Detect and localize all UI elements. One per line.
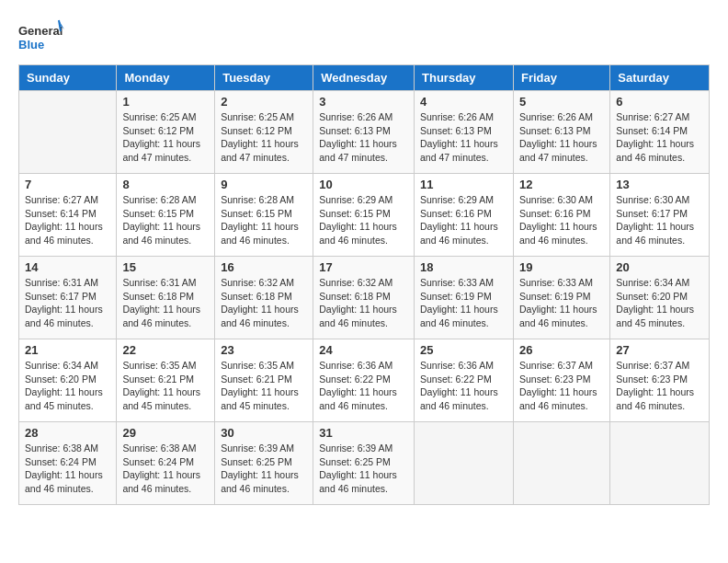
day-number: 24 <box>319 343 408 357</box>
svg-text:General: General <box>18 24 63 38</box>
day-info: Sunrise: 6:30 AM Sunset: 6:16 PM Dayligh… <box>519 193 604 247</box>
svg-text:Blue: Blue <box>18 38 44 52</box>
calendar-cell: 3Sunrise: 6:26 AM Sunset: 6:13 PM Daylig… <box>313 91 415 174</box>
calendar-cell: 14Sunrise: 6:31 AM Sunset: 6:17 PM Dayli… <box>19 257 117 339</box>
logo: General Blue <box>18 18 64 55</box>
calendar-cell: 29Sunrise: 6:38 AM Sunset: 6:24 PM Dayli… <box>117 422 215 505</box>
day-number: 29 <box>122 426 209 440</box>
day-number: 5 <box>519 95 604 109</box>
calendar-cell: 25Sunrise: 6:36 AM Sunset: 6:22 PM Dayli… <box>415 339 514 422</box>
calendar-cell: 17Sunrise: 6:32 AM Sunset: 6:18 PM Dayli… <box>313 257 415 339</box>
calendar-cell: 12Sunrise: 6:30 AM Sunset: 6:16 PM Dayli… <box>513 174 609 257</box>
day-number: 2 <box>221 95 307 109</box>
day-number: 30 <box>221 426 307 440</box>
day-info: Sunrise: 6:28 AM Sunset: 6:15 PM Dayligh… <box>221 193 307 247</box>
calendar-cell: 15Sunrise: 6:31 AM Sunset: 6:18 PM Dayli… <box>117 257 215 339</box>
calendar-cell: 9Sunrise: 6:28 AM Sunset: 6:15 PM Daylig… <box>215 174 313 257</box>
day-info: Sunrise: 6:34 AM Sunset: 6:20 PM Dayligh… <box>25 359 110 413</box>
calendar-cell: 1Sunrise: 6:25 AM Sunset: 6:12 PM Daylig… <box>117 91 215 174</box>
day-info: Sunrise: 6:37 AM Sunset: 6:23 PM Dayligh… <box>519 359 604 413</box>
calendar-cell: 28Sunrise: 6:38 AM Sunset: 6:24 PM Dayli… <box>19 422 117 505</box>
day-number: 19 <box>519 260 604 274</box>
day-number: 22 <box>122 343 209 357</box>
weekday-header-row: SundayMondayTuesdayWednesdayThursdayFrid… <box>19 65 710 91</box>
day-info: Sunrise: 6:27 AM Sunset: 6:14 PM Dayligh… <box>616 110 703 165</box>
day-info: Sunrise: 6:38 AM Sunset: 6:24 PM Dayligh… <box>25 442 110 496</box>
day-number: 17 <box>319 260 408 274</box>
calendar-cell: 21Sunrise: 6:34 AM Sunset: 6:20 PM Dayli… <box>19 339 117 422</box>
calendar-cell: 2Sunrise: 6:25 AM Sunset: 6:12 PM Daylig… <box>215 91 313 174</box>
day-info: Sunrise: 6:34 AM Sunset: 6:20 PM Dayligh… <box>616 276 703 330</box>
calendar-cell: 20Sunrise: 6:34 AM Sunset: 6:20 PM Dayli… <box>610 257 710 339</box>
day-number: 10 <box>319 178 408 191</box>
day-info: Sunrise: 6:28 AM Sunset: 6:15 PM Dayligh… <box>122 193 209 247</box>
day-info: Sunrise: 6:35 AM Sunset: 6:21 PM Dayligh… <box>122 359 209 413</box>
calendar-week-row: 7Sunrise: 6:27 AM Sunset: 6:14 PM Daylig… <box>19 174 710 257</box>
calendar-cell: 4Sunrise: 6:26 AM Sunset: 6:13 PM Daylig… <box>415 91 514 174</box>
day-number: 8 <box>122 178 209 191</box>
calendar-week-row: 21Sunrise: 6:34 AM Sunset: 6:20 PM Dayli… <box>19 339 710 422</box>
calendar-cell: 6Sunrise: 6:27 AM Sunset: 6:14 PM Daylig… <box>610 91 710 174</box>
day-info: Sunrise: 6:33 AM Sunset: 6:19 PM Dayligh… <box>519 276 604 330</box>
day-info: Sunrise: 6:26 AM Sunset: 6:13 PM Dayligh… <box>519 110 604 165</box>
calendar-table: SundayMondayTuesdayWednesdayThursdayFrid… <box>18 64 710 505</box>
day-info: Sunrise: 6:26 AM Sunset: 6:13 PM Dayligh… <box>319 110 408 165</box>
weekday-header: Saturday <box>610 65 710 91</box>
day-info: Sunrise: 6:26 AM Sunset: 6:13 PM Dayligh… <box>420 110 507 165</box>
calendar-week-row: 1Sunrise: 6:25 AM Sunset: 6:12 PM Daylig… <box>19 91 710 174</box>
weekday-header: Tuesday <box>215 65 313 91</box>
weekday-header: Monday <box>117 65 215 91</box>
day-info: Sunrise: 6:29 AM Sunset: 6:16 PM Dayligh… <box>420 193 507 247</box>
day-number: 6 <box>616 95 703 109</box>
day-number: 23 <box>221 343 307 357</box>
calendar-cell: 13Sunrise: 6:30 AM Sunset: 6:17 PM Dayli… <box>610 174 710 257</box>
calendar-cell: 5Sunrise: 6:26 AM Sunset: 6:13 PM Daylig… <box>513 91 609 174</box>
day-info: Sunrise: 6:36 AM Sunset: 6:22 PM Dayligh… <box>420 359 507 413</box>
weekday-header: Friday <box>513 65 609 91</box>
calendar-cell <box>610 422 710 505</box>
day-info: Sunrise: 6:33 AM Sunset: 6:19 PM Dayligh… <box>420 276 507 330</box>
calendar-cell: 22Sunrise: 6:35 AM Sunset: 6:21 PM Dayli… <box>117 339 215 422</box>
calendar-cell: 10Sunrise: 6:29 AM Sunset: 6:15 PM Dayli… <box>313 174 415 257</box>
calendar-cell: 11Sunrise: 6:29 AM Sunset: 6:16 PM Dayli… <box>415 174 514 257</box>
calendar-cell <box>513 422 609 505</box>
calendar-cell: 30Sunrise: 6:39 AM Sunset: 6:25 PM Dayli… <box>215 422 313 505</box>
day-number: 20 <box>616 260 703 274</box>
calendar-cell <box>19 91 117 174</box>
day-info: Sunrise: 6:27 AM Sunset: 6:14 PM Dayligh… <box>25 193 110 247</box>
day-number: 16 <box>221 260 307 274</box>
day-number: 31 <box>319 426 408 440</box>
day-info: Sunrise: 6:36 AM Sunset: 6:22 PM Dayligh… <box>319 359 408 413</box>
day-number: 15 <box>122 260 209 274</box>
day-info: Sunrise: 6:25 AM Sunset: 6:12 PM Dayligh… <box>221 110 307 165</box>
calendar-cell: 7Sunrise: 6:27 AM Sunset: 6:14 PM Daylig… <box>19 174 117 257</box>
day-number: 3 <box>319 95 408 109</box>
day-info: Sunrise: 6:25 AM Sunset: 6:12 PM Dayligh… <box>122 110 209 165</box>
day-number: 14 <box>25 260 110 274</box>
calendar-cell: 16Sunrise: 6:32 AM Sunset: 6:18 PM Dayli… <box>215 257 313 339</box>
day-info: Sunrise: 6:37 AM Sunset: 6:23 PM Dayligh… <box>616 359 703 413</box>
day-number: 18 <box>420 260 507 274</box>
day-info: Sunrise: 6:29 AM Sunset: 6:15 PM Dayligh… <box>319 193 408 247</box>
day-info: Sunrise: 6:30 AM Sunset: 6:17 PM Dayligh… <box>616 193 703 247</box>
day-info: Sunrise: 6:32 AM Sunset: 6:18 PM Dayligh… <box>221 276 307 330</box>
day-info: Sunrise: 6:32 AM Sunset: 6:18 PM Dayligh… <box>319 276 408 330</box>
calendar-cell: 8Sunrise: 6:28 AM Sunset: 6:15 PM Daylig… <box>117 174 215 257</box>
day-number: 7 <box>25 178 110 191</box>
calendar-cell: 19Sunrise: 6:33 AM Sunset: 6:19 PM Dayli… <box>513 257 609 339</box>
weekday-header: Wednesday <box>313 65 415 91</box>
calendar-cell: 27Sunrise: 6:37 AM Sunset: 6:23 PM Dayli… <box>610 339 710 422</box>
calendar-cell: 18Sunrise: 6:33 AM Sunset: 6:19 PM Dayli… <box>415 257 514 339</box>
day-number: 11 <box>420 178 507 191</box>
weekday-header: Thursday <box>415 65 514 91</box>
weekday-header: Sunday <box>19 65 117 91</box>
day-number: 25 <box>420 343 507 357</box>
day-info: Sunrise: 6:39 AM Sunset: 6:25 PM Dayligh… <box>319 442 408 496</box>
calendar-cell <box>415 422 514 505</box>
day-info: Sunrise: 6:38 AM Sunset: 6:24 PM Dayligh… <box>122 442 209 496</box>
day-number: 4 <box>420 95 507 109</box>
day-info: Sunrise: 6:39 AM Sunset: 6:25 PM Dayligh… <box>221 442 307 496</box>
logo-icon: General Blue <box>18 18 64 55</box>
calendar-cell: 26Sunrise: 6:37 AM Sunset: 6:23 PM Dayli… <box>513 339 609 422</box>
calendar-cell: 23Sunrise: 6:35 AM Sunset: 6:21 PM Dayli… <box>215 339 313 422</box>
